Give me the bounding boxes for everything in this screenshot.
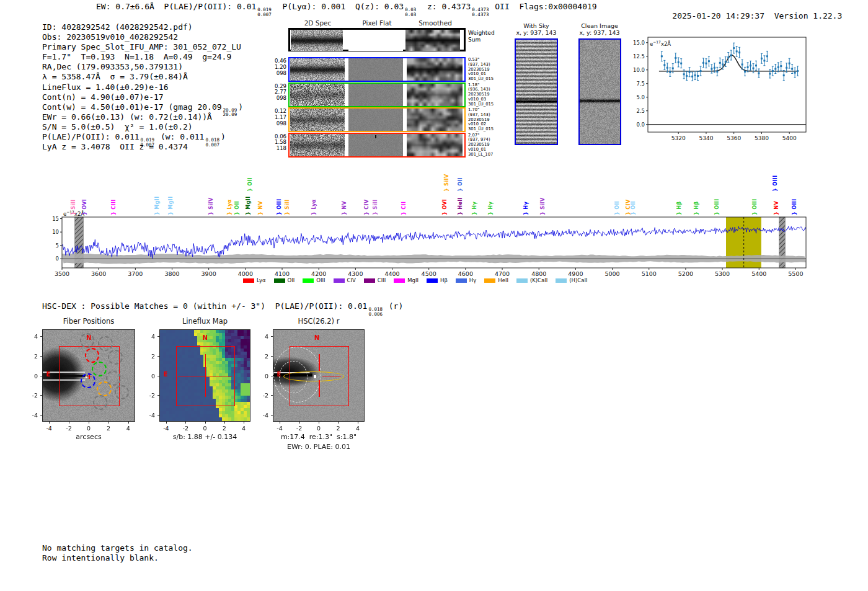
hsc-east-label: E [277,371,281,378]
spectral-line-marker: } CII [401,202,407,215]
info-line-11: S/N = 5.0(±0.5) χ² = 1.0(±0.2) [42,122,243,132]
hsc-xtick-mark [280,422,280,424]
svg-text:2.5: 2.5 [636,108,645,114]
info-line-10: EWr = 0.66(±0.13) (w: 0.72(±0.14))Å [42,112,243,122]
hsc-xtick-label: -2 [296,425,302,432]
spectral-line-marker: } OII [614,201,620,215]
svg-text:5320: 5320 [671,135,686,141]
text-segment: EWr = 0.66(±0.13) (w: 0.72(±0.14))Å [42,112,212,122]
weighted-smoothed-image [405,30,460,51]
with-sky-subtitle: x, y: 937, 143 [516,29,556,36]
fiber-circle [108,350,123,365]
svg-text:5360: 5360 [727,135,741,141]
fiber-xtick-label: 4 [126,425,130,432]
cutout-left-labels-4: 0.061.58118 [267,134,286,152]
text-segment: RA,Dec (179.093353,50.379131) [42,62,183,71]
fiber-ytick-mark [40,376,42,376]
fiber-2d-spec-image [290,134,345,156]
lineflux-xtick-label: -2 [182,425,188,432]
legend-swatch [456,278,467,283]
full-spectrum-chart: 0510153500360037003800390040004100420043… [50,161,843,291]
fiber-ytick-mark [40,356,42,357]
legend-item: CIV [334,277,356,283]
legend-label: Lyα [257,277,266,283]
catalog-match-footer: No matching targets in catalog. Row inte… [42,543,193,563]
cutout-col-header-3: Smoothed [418,19,452,27]
fiber-ytick-mark [40,395,42,396]
hsc-ytick-mark [271,356,273,357]
svg-text:5400: 5400 [782,135,797,141]
fiber-2d-spec-image [290,109,345,131]
fiber-xtick-mark [69,422,69,424]
legend-item: Hβ [427,277,448,283]
fiber-xtick-mark [128,422,129,424]
report-version: Version 1.22.3 [774,11,843,20]
info-line-9: Cont(w) = 4.50(±0.01)e-17 (gmag 20.0920.… [42,102,243,112]
spectrum-legend: LyαOIIOIIICIVCIIIMgIIHβHγHeII(K)CaII(H)C… [243,277,587,283]
text-segment: LyA z = 3.4078 OII z = 0.4374 [42,142,188,151]
fiber-circle [106,371,121,386]
lineflux-east-label: E [163,371,167,378]
stacked-fraction: 0.030.03 [405,7,416,17]
cutout-left-label: 098 [267,71,286,77]
line-marker-labels: } SiII} OVI} CIII} MgII} MgII} SiIV} Lyα… [50,161,843,291]
legend-item: OIII [303,277,325,283]
hsc-north-label: N [314,334,319,341]
spectral-line-marker: } OIII [773,175,778,192]
lineflux-ytick-mark [157,415,159,415]
legend-label: CIV [347,277,356,283]
fiber-east-label: E [46,371,51,378]
text-segment: HSC-DEX : Possible Matches = 0 (within +… [42,301,367,311]
lineflux-ytick-label: -4 [141,412,155,419]
stacked-fraction: 0.0180.007 [205,138,219,147]
hsc-ytick-label: -2 [255,392,268,399]
text-segment: EW: 0.7±6.6Å P(LAE)/P(OII): 0.01 [96,2,256,11]
fiber-smoothed-image [407,58,463,81]
hsc-ytick-mark [271,395,273,396]
hsc-ytick-label: -4 [255,412,268,419]
fiber-pixel-flat-image [348,134,403,156]
legend-swatch [516,278,528,283]
legend-swatch [364,278,375,283]
with-sky-title: With Sky [523,22,549,29]
lineflux-ytick-mark [157,376,159,376]
fiber-xtick-mark [49,422,50,424]
legend-item: OII [274,277,295,283]
legend-swatch [484,278,495,283]
cutout-col-header-2: Pixel Flat [362,19,391,27]
fiber-smoothed-image [407,134,463,156]
info-line-12: P(LAE)/P(OII): 0.0110.0190.007 (w: 0.011… [42,132,243,142]
detection-info-block: ID: 4028292542 (4028292542.pdf)Obs: 2023… [42,22,243,152]
lineflux-ytick-label: -2 [141,392,155,399]
legend-label: CIII [378,277,386,283]
legend-swatch [274,278,285,283]
legend-swatch [427,278,438,283]
svg-text:15.0: 15.0 [633,40,645,46]
spectral-line-marker: } OII [458,177,463,192]
legend-item: HeII [484,277,508,283]
weighted-sum-label-2: Sum [468,37,480,43]
stacked-fraction: 0.43730.4373 [472,7,489,17]
spectral-line-marker: } NV [342,201,347,215]
ccd-sky-panels: With Skyx, y: 937, 143Clean Imagex, y: 9… [502,17,639,160]
stacked-fraction: 0.0190.007 [257,7,272,17]
cutout-left-label: 118 [267,146,286,152]
legend-item: Lyα [243,277,266,283]
hsc-ytick-label: 0 [255,373,268,380]
hsc-xtick-mark [299,422,300,424]
svg-text:5340: 5340 [699,135,713,141]
lineflux-xtick-mark [205,422,206,424]
lineflux-xtick-mark [185,422,186,424]
legend-label: Hβ [440,277,448,283]
hsc-xlabel-2: EWr: 0. PLAE: 0.01 [287,443,350,451]
lineflux-xtick-label: 0 [203,425,206,432]
lineflux-xlabel: s/b: 1.88 +/- 0.134 [173,433,237,441]
text-segment: Primary Spec_Slot_IFU_AMP: 301_052_072_L… [42,42,241,51]
spectral-line-marker: } OVI [442,199,448,215]
text-segment: P(Lyα): 0.001 Q(z): 0.03 [273,2,404,11]
lineflux-ytick-mark [157,395,159,396]
spectral-line-marker: } OIII [752,198,758,215]
hsc-xtick-label: 2 [336,425,340,432]
text-segment: (w: 0.011 [156,132,204,141]
spectral-line-marker: } CIV [364,199,370,215]
